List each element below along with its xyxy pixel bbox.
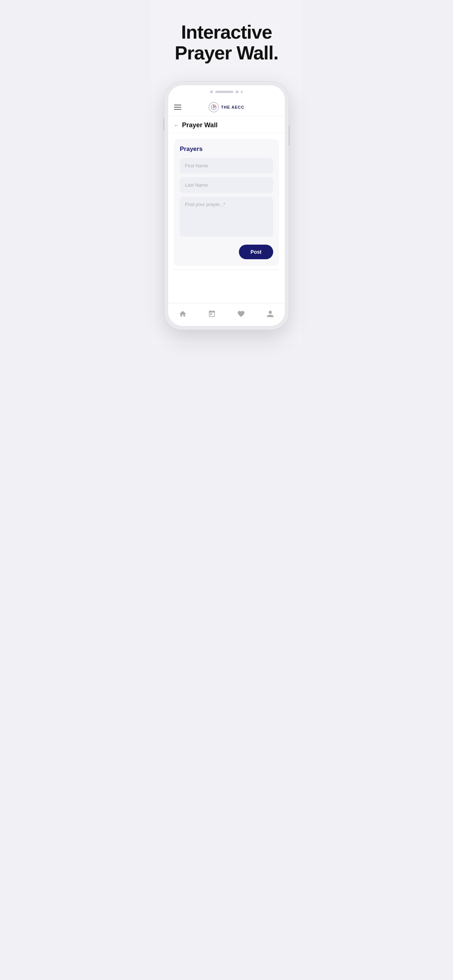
prayer-card: Prayers Post [174, 139, 279, 266]
first-name-input[interactable] [180, 158, 273, 173]
prayer-textarea[interactable] [180, 197, 273, 237]
mid-divider [174, 269, 279, 270]
nav-home[interactable] [175, 309, 190, 320]
app-content: Prayers Post [168, 133, 285, 303]
phone-inner: THE AECC ← Prayer Wall Prayers Post [168, 85, 285, 326]
bottom-nav [168, 303, 285, 326]
notch-area [168, 85, 285, 99]
menu-button[interactable] [174, 105, 181, 110]
post-button[interactable]: Post [239, 245, 273, 259]
page-wrapper: Interactive Prayer Wall. [151, 0, 302, 344]
notch-camera [210, 91, 213, 93]
notch [210, 91, 243, 93]
headline-line2: Prayer Wall. [175, 42, 278, 64]
page-title-bar: ← Prayer Wall [168, 116, 285, 133]
menu-line-2 [174, 107, 181, 108]
page-title: Prayer Wall [182, 121, 217, 129]
logo-icon [209, 102, 219, 112]
notch-speaker [215, 91, 233, 93]
app-header: THE AECC [168, 99, 285, 116]
menu-line-1 [174, 105, 181, 105]
phone-frame: THE AECC ← Prayer Wall Prayers Post [164, 82, 289, 329]
nav-heart[interactable] [233, 309, 249, 320]
notch-sensor [236, 91, 239, 93]
headline-line1: Interactive [181, 22, 272, 43]
nav-calendar[interactable] [204, 309, 220, 320]
post-button-row: Post [180, 245, 273, 259]
back-arrow-icon[interactable]: ← [174, 123, 179, 128]
headline: Interactive Prayer Wall. [158, 22, 295, 64]
menu-line-3 [174, 109, 181, 110]
notch-dot [241, 91, 243, 93]
logo-text: THE AECC [221, 105, 244, 110]
last-name-input[interactable] [180, 177, 273, 193]
card-title: Prayers [180, 145, 273, 153]
nav-profile[interactable] [263, 309, 278, 320]
logo-area: THE AECC [209, 102, 244, 112]
